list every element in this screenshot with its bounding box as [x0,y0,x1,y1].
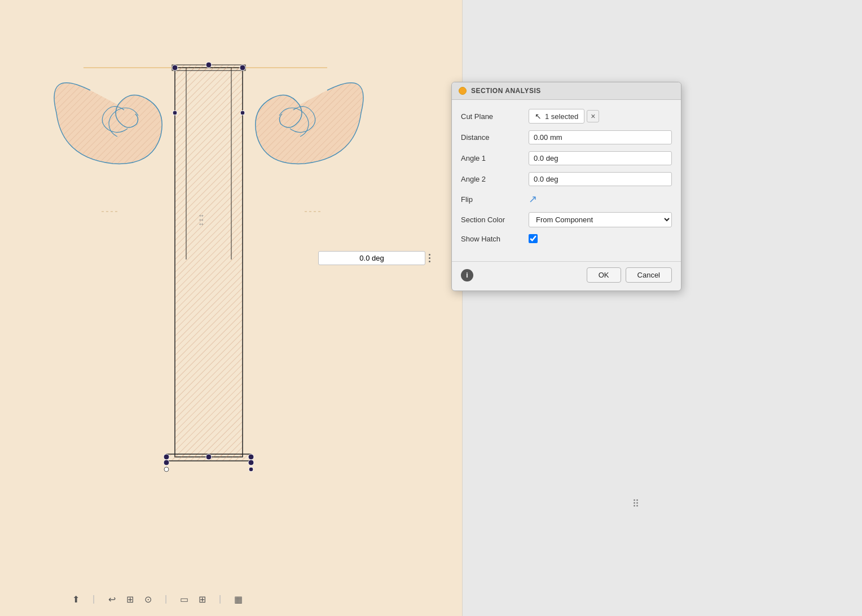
canvas-area: ‡ ‡ ‡ 0.0 deg ⬆ | ↩ ⊞ ⊙ | ▭ ⊞ | ▦ [0,0,463,616]
toolbar-icon-0[interactable]: ⬆ [68,591,83,607]
svg-point-10 [172,65,178,71]
angle-menu-dots[interactable] [428,253,432,263]
info-button[interactable]: i [461,269,473,281]
svg-rect-5 [175,68,243,457]
bottom-toolbar: ⬆ | ↩ ⊞ ⊙ | ▭ ⊞ | ▦ [68,591,246,607]
cut-plane-label: Cut Plane [461,112,529,121]
angle1-input[interactable] [529,151,672,165]
svg-text:‡ ‡ ‡: ‡ ‡ ‡ [199,214,204,226]
cut-plane-button[interactable]: ↖ 1 selected [529,109,584,124]
show-hatch-label: Show Hatch [461,235,529,243]
svg-point-11 [206,62,212,68]
show-hatch-row: Show Hatch [461,234,672,243]
angle2-row: Angle 2 [461,172,672,186]
cursor-icon: ↖ [535,112,542,121]
dialog-titlebar: SECTION ANALYSIS [452,82,681,100]
cancel-button[interactable]: Cancel [626,267,672,283]
svg-point-19 [164,467,169,472]
cut-plane-row: Cut Plane ↖ 1 selected × [461,109,672,124]
angle2-label: Angle 2 [461,175,529,183]
toolbar-icon-1[interactable]: ↩ [104,591,120,607]
distance-label: Distance [461,133,529,142]
toolbar-icon-6[interactable]: ▦ [230,591,246,607]
svg-point-12 [240,65,245,71]
svg-point-15 [164,454,169,460]
toolbar-icon-2[interactable]: ⊞ [122,591,138,607]
clear-icon: × [591,112,595,121]
section-color-row: Section Color From Component Red Green B… [461,212,672,227]
drag-handle[interactable] [634,499,638,507]
info-icon: i [466,271,468,279]
svg-point-17 [248,454,254,460]
svg-point-20 [248,460,254,465]
section-color-select[interactable]: From Component Red Green Blue Custom [529,212,672,227]
angle2-input[interactable] [529,172,672,186]
section-color-label: Section Color [461,215,529,224]
svg-point-13 [173,111,177,115]
svg-point-21 [249,467,253,472]
toolbar-separator-2: | [158,591,174,607]
toolbar-separator-1: | [86,591,102,607]
toolbar-separator-3: | [212,591,228,607]
toolbar-icon-5[interactable]: ⊞ [194,591,210,607]
angle1-label: Angle 1 [461,154,529,162]
show-hatch-checkbox[interactable] [529,234,538,243]
dialog-title: SECTION ANALYSIS [471,87,541,95]
flip-label: Flip [461,195,529,204]
dialog-body: Cut Plane ↖ 1 selected × Distance Angle … [452,100,681,259]
section-analysis-dialog: SECTION ANALYSIS Cut Plane ↖ 1 selected … [451,82,681,291]
dialog-minimize-button[interactable] [459,87,467,95]
svg-point-14 [240,111,245,115]
ok-button[interactable]: OK [587,267,621,283]
svg-point-16 [206,454,212,460]
toolbar-icon-4[interactable]: ▭ [176,591,192,607]
flip-icon[interactable]: ↗ [529,193,537,205]
angle1-row: Angle 1 [461,151,672,165]
angle-input[interactable]: 0.0 deg [318,251,425,265]
distance-row: Distance [461,130,672,144]
distance-input[interactable] [529,130,672,144]
dialog-footer: i OK Cancel [452,261,681,291]
toolbar-icon-3[interactable]: ⊙ [140,591,156,607]
angle-input-container: 0.0 deg [318,251,432,265]
svg-point-18 [164,460,169,465]
flip-row: Flip ↗ [461,193,672,205]
cut-plane-selected-text: 1 selected [545,112,578,121]
cut-plane-clear-button[interactable]: × [587,110,599,122]
